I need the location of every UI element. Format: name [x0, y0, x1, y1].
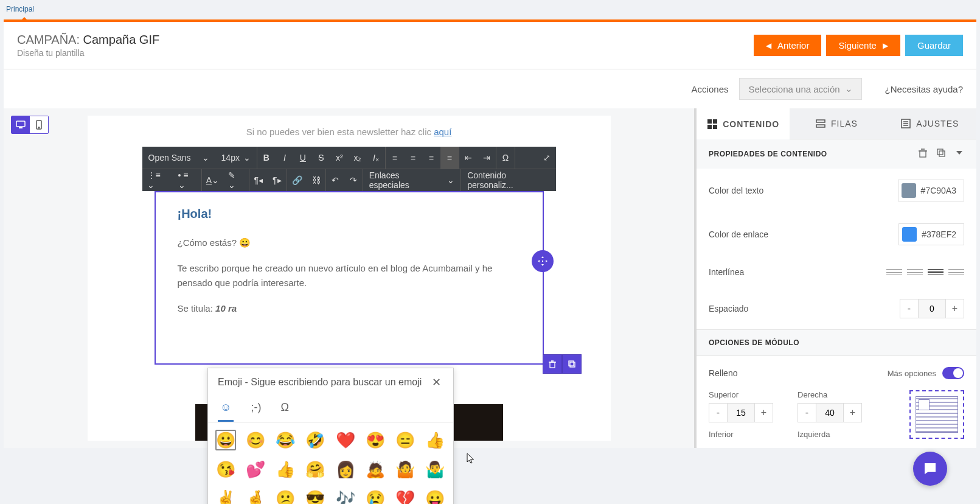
tab-settings[interactable]: AJUSTES — [883, 108, 976, 139]
emoji-cell[interactable]: 😛 — [425, 488, 445, 504]
trash-icon — [918, 148, 928, 158]
more-options-toggle[interactable] — [942, 367, 964, 379]
duplicate-block-button[interactable] — [562, 354, 582, 374]
special-links-select[interactable]: Enlaces especiales⌄ — [363, 169, 461, 191]
help-bubble-button[interactable] — [913, 452, 947, 486]
close-button[interactable]: ✕ — [429, 376, 443, 389]
emoji-cell[interactable]: 😑 — [395, 430, 415, 450]
strike-button[interactable]: S — [312, 147, 330, 169]
emoji-cell[interactable]: 😂 — [275, 430, 296, 450]
emoji-cell[interactable]: 💕 — [245, 459, 266, 480]
spacing-input[interactable] — [919, 299, 945, 318]
breadcrumb-principal[interactable]: Principal — [4, 4, 36, 17]
font-select[interactable]: Open Sans⌄ — [142, 147, 215, 169]
collapse-button[interactable]: ⤢ — [538, 147, 556, 169]
tab-content[interactable]: CONTENIDO — [697, 108, 790, 139]
emoji-cell[interactable]: 😕 — [275, 488, 296, 504]
redo-button[interactable]: ↷ — [344, 169, 363, 191]
indent-button[interactable]: ⇥ — [478, 147, 496, 169]
subscript-button[interactable]: x₂ — [349, 147, 367, 169]
emoji-cell[interactable]: 👍 — [275, 459, 296, 480]
emoji-cell[interactable]: 🤣 — [305, 430, 325, 450]
pad-right-input[interactable] — [816, 404, 843, 422]
spacing-increment[interactable]: + — [945, 299, 964, 318]
pad-top-dec[interactable]: - — [709, 404, 728, 422]
italic-button[interactable]: I — [276, 147, 294, 169]
move-handle[interactable] — [532, 250, 554, 272]
emoji-cell[interactable]: 😀 — [215, 430, 236, 450]
tab-rows[interactable]: FILAS — [790, 108, 883, 139]
text-block[interactable]: ¡Hola! ¿Cómo estás? 😀 Te escribo porque … — [155, 191, 544, 365]
emoji-tab-text[interactable]: ;-) — [248, 397, 263, 422]
align-center-button[interactable]: ≡ — [404, 147, 422, 169]
undo-button[interactable]: ↶ — [326, 169, 344, 191]
svg-rect-14 — [920, 151, 926, 157]
emoji-cell[interactable]: 😢 — [365, 488, 386, 504]
actions-select[interactable]: Selecciona una acción ⌄ — [739, 78, 861, 100]
emoji-cell[interactable]: ✌️ — [215, 488, 236, 504]
emoji-cell[interactable]: 😘 — [215, 459, 236, 480]
rtl-button[interactable]: ¶▸ — [268, 169, 287, 191]
collapse-panel-button[interactable] — [954, 148, 964, 160]
lineheight-tight[interactable] — [886, 267, 902, 277]
bold-button[interactable]: B — [257, 147, 276, 169]
padding-label: Relleno — [709, 368, 737, 378]
text-line-1: ¿Cómo estás? 😀 — [178, 236, 521, 250]
save-button[interactable]: Guardar — [905, 35, 963, 56]
ordered-list-button[interactable]: ⋮≡ ⌄ — [142, 169, 173, 191]
emoji-cell[interactable]: 😎 — [305, 488, 325, 504]
spacing-decrement[interactable]: - — [900, 299, 919, 318]
emoji-cell[interactable]: 🤷‍♂️ — [425, 459, 445, 480]
align-justify-button[interactable]: ≡ — [440, 147, 459, 169]
emoji-cell[interactable]: 👩 — [335, 459, 356, 480]
emoji-tab-symbols[interactable]: Ω — [278, 397, 291, 422]
lineheight-normal[interactable] — [907, 267, 923, 277]
custom-content-select[interactable]: Contenido personaliz... — [461, 169, 555, 191]
bg-color-button[interactable]: ✎ ⌄ — [223, 169, 248, 191]
emoji-cell[interactable]: 🤷 — [395, 459, 415, 480]
text-color-button[interactable]: A ⌄ — [202, 169, 223, 191]
prev-button[interactable]: ◀ Anterior — [754, 35, 822, 56]
emoji-cell[interactable]: 😊 — [245, 430, 266, 450]
unordered-list-button[interactable]: • ≡ ⌄ — [173, 169, 201, 191]
preview-link[interactable]: aquí — [434, 127, 451, 137]
text-color-picker[interactable]: #7C90A3 — [898, 180, 964, 201]
superscript-button[interactable]: x² — [330, 147, 349, 169]
clear-format-button[interactable]: Iₓ — [367, 147, 385, 169]
link-button[interactable]: 🔗 — [287, 169, 307, 191]
delete-module-button[interactable] — [918, 148, 928, 160]
pad-right-inc[interactable]: + — [843, 404, 861, 422]
align-left-button[interactable]: ≡ — [386, 147, 404, 169]
mobile-view-button[interactable] — [30, 116, 48, 133]
text-color-label: Color del texto — [709, 186, 763, 195]
ltr-button[interactable]: ¶◂ — [249, 169, 268, 191]
lineheight-loose[interactable] — [948, 267, 964, 277]
pad-top-inc[interactable]: + — [754, 404, 773, 422]
emoji-cell[interactable]: 💔 — [395, 488, 415, 504]
emoji-cell[interactable]: 🤞 — [245, 488, 266, 504]
underline-button[interactable]: U — [294, 147, 312, 169]
align-right-button[interactable]: ≡ — [422, 147, 440, 169]
emoji-cell[interactable]: 🙇 — [365, 459, 386, 480]
svg-rect-16 — [939, 151, 945, 156]
emoji-tab-smileys[interactable]: ☺ — [218, 397, 234, 422]
emoji-cell[interactable]: ❤️ — [335, 430, 356, 450]
outdent-button[interactable]: ⇤ — [459, 147, 478, 169]
chat-icon — [922, 461, 938, 477]
help-link[interactable]: ¿Necesitas ayuda? — [885, 84, 963, 94]
next-button[interactable]: Siguiente ▶ — [826, 35, 900, 56]
duplicate-module-button[interactable] — [936, 148, 946, 160]
link-color-picker[interactable]: #378EF2 — [898, 223, 964, 245]
pad-right-dec[interactable]: - — [798, 404, 816, 422]
emoji-cell[interactable]: 👍 — [425, 430, 445, 450]
size-select[interactable]: 14px⌄ — [215, 147, 257, 169]
unlink-button[interactable]: ⛓ — [307, 169, 325, 191]
pad-top-input[interactable] — [728, 404, 754, 422]
emoji-cell[interactable]: 🤗 — [305, 459, 325, 480]
delete-block-button[interactable] — [543, 354, 562, 374]
lineheight-medium[interactable] — [928, 267, 944, 277]
special-char-button[interactable]: Ω — [496, 147, 515, 169]
emoji-cell[interactable]: 😍 — [365, 430, 386, 450]
desktop-view-button[interactable] — [12, 116, 30, 133]
emoji-cell[interactable]: 🎶 — [335, 488, 356, 504]
